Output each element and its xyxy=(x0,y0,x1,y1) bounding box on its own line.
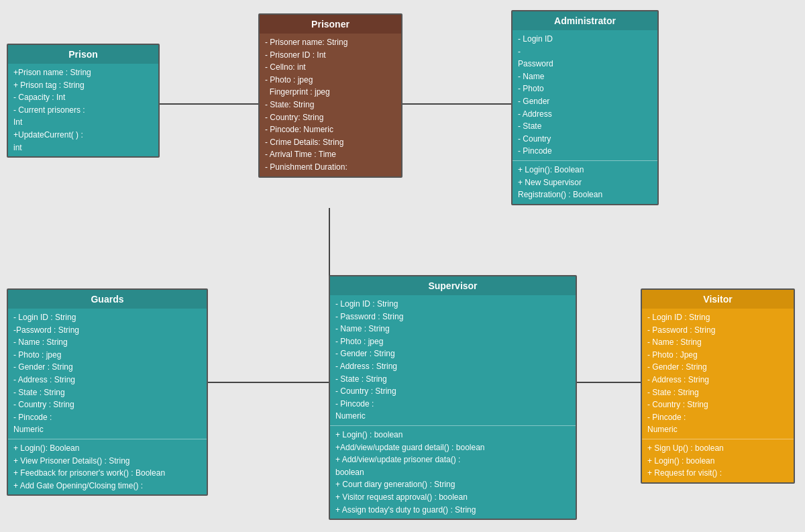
prisoner-attributes: - Prisoner name: String - Prisoner ID : … xyxy=(260,34,401,176)
supervisor-title: Supervisor xyxy=(330,276,576,295)
visitor-title: Visitor xyxy=(642,290,794,309)
guards-attributes-bottom: + Login(): Boolean + View Prisoner Detai… xyxy=(8,439,207,494)
guards-title: Guards xyxy=(8,290,207,309)
supervisor-attributes-bottom: + Login() : boolean +Add/view/update gua… xyxy=(330,425,576,519)
administrator-box: Administrator - Login ID - Password - Na… xyxy=(511,10,659,205)
prisoner-title: Prisoner xyxy=(260,15,401,34)
prisoner-box: Prisoner - Prisoner name: String - Priso… xyxy=(258,13,402,178)
visitor-attributes-top: - Login ID : String - Password : String … xyxy=(642,309,794,439)
supervisor-box: Supervisor - Login ID : String - Passwor… xyxy=(329,275,577,520)
prison-title: Prison xyxy=(8,45,158,64)
prison-box: Prison +Prison name : String + Prison ta… xyxy=(7,44,160,158)
prison-attributes: +Prison name : String + Prison tag : Str… xyxy=(8,64,158,156)
visitor-box: Visitor - Login ID : String - Password :… xyxy=(641,288,795,484)
guards-attributes-top: - Login ID : String -Password : String -… xyxy=(8,309,207,439)
administrator-attributes-top: - Login ID - Password - Name - Photo - G… xyxy=(513,30,657,160)
diagram-container: Prison +Prison name : String + Prison ta… xyxy=(0,0,805,532)
visitor-attributes-bottom: + Sign Up() : boolean + Login() : boolea… xyxy=(642,439,794,482)
administrator-attributes-bottom: + Login(): Boolean + New Supervisor Regi… xyxy=(513,160,657,204)
supervisor-attributes-top: - Login ID : String - Password : String … xyxy=(330,295,576,425)
administrator-title: Administrator xyxy=(513,11,657,30)
guards-box: Guards - Login ID : String -Password : S… xyxy=(7,288,208,496)
